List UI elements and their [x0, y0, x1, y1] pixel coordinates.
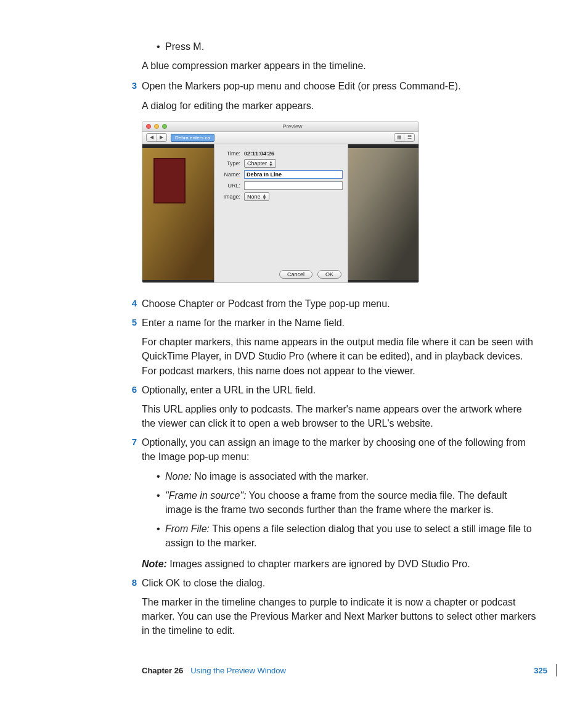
bullet-dot-icon: •: [157, 469, 165, 483]
step-8-sub: The marker in the timeline changes to pu…: [142, 595, 536, 638]
close-traffic-light-icon: [146, 124, 151, 129]
step-6-lead: Optionally, enter a URL in the URL field…: [142, 383, 536, 397]
video-frame-left: [142, 144, 214, 283]
option-text: No image is associated with the marker.: [192, 471, 369, 482]
step-number: 3: [127, 79, 142, 112]
type-select[interactable]: Chapter ▲▼: [244, 159, 276, 168]
step-number: 5: [127, 316, 142, 378]
step-4-lead: Choose Chapter or Podcast from the Type …: [142, 297, 536, 311]
preview-toolbar: ◀▶ Debra enters ca ▦☰: [142, 132, 419, 144]
stepper-arrows-icon: ▲▼: [269, 160, 273, 166]
image-option-none: • None: No image is associated with the …: [157, 469, 536, 483]
name-label: Name:: [219, 171, 240, 178]
bullet-dot-icon: •: [157, 522, 165, 550]
preview-stage: Time: 02:11:04:26 Type: Chapter ▲▼ Name:…: [142, 144, 419, 283]
option-text: This opens a file selection dialog that …: [165, 523, 532, 548]
step-number: 6: [127, 383, 142, 431]
marker-pin[interactable]: Debra enters ca: [171, 134, 214, 142]
step-5-lead: Enter a name for the marker in the Name …: [142, 316, 536, 330]
step-7-note: Note: Images assigned to chapter markers…: [142, 557, 536, 571]
bullet-dot-icon: •: [157, 39, 165, 54]
note-text: Images assigned to chapter markers are i…: [167, 559, 470, 569]
step-number: 8: [127, 576, 142, 638]
option-term: None:: [165, 471, 192, 482]
step-number: 7: [127, 435, 142, 571]
intro-bullet: • Press M.: [157, 39, 536, 54]
marker-edit-dialog: Time: 02:11:04:26 Type: Chapter ▲▼ Name:…: [214, 144, 348, 283]
intro-after: A blue compression marker appears in the…: [142, 59, 536, 73]
video-frame-right: [347, 144, 419, 283]
stepper-arrows-icon: ▲▼: [263, 194, 267, 200]
step-number: 4: [127, 297, 142, 311]
footer-page-number: 325: [534, 666, 547, 675]
type-select-value: Chapter: [247, 160, 267, 166]
url-input[interactable]: [244, 181, 343, 190]
image-label: Image:: [219, 194, 240, 200]
nav-segmented-control[interactable]: ◀▶: [146, 133, 167, 142]
step-5-sub: For chapter markers, this name appears i…: [142, 335, 536, 378]
step-8-lead: Click OK to close the dialog.: [142, 576, 536, 590]
name-input[interactable]: Debra In Line: [244, 170, 343, 179]
image-option-from-file: • From File: This opens a file selection…: [157, 522, 536, 550]
view-segmented-control[interactable]: ▦☰: [394, 133, 415, 142]
cancel-button[interactable]: Cancel: [279, 270, 312, 279]
bullet-dot-icon: •: [157, 488, 165, 517]
window-titlebar: Preview: [142, 122, 419, 132]
step-8: 8 Click OK to close the dialog. The mark…: [142, 576, 536, 638]
image-select-value: None: [247, 194, 261, 200]
footer-title: Using the Preview Window: [190, 666, 534, 675]
step-3-sub: A dialog for editing the marker appears.: [142, 99, 536, 113]
step-7-lead: Optionally, you can assign an image to t…: [142, 435, 536, 464]
step-3: 3 Open the Markers pop-up menu and choos…: [142, 79, 536, 112]
preview-dialog-screenshot: Preview ◀▶ Debra enters ca ▦☰ Time: 02:1…: [142, 121, 419, 283]
ok-button[interactable]: OK: [317, 270, 341, 279]
step-7: 7 Optionally, you can assign an image to…: [142, 435, 536, 571]
footer-chapter: Chapter 26: [142, 666, 183, 675]
step-5: 5 Enter a name for the marker in the Nam…: [142, 316, 536, 378]
image-option-frame-in-source: • "Frame in source": You choose a frame …: [157, 488, 536, 517]
step-6-sub: This URL applies only to podcasts. The m…: [142, 402, 536, 430]
image-select[interactable]: None ▲▼: [244, 192, 269, 201]
step-6: 6 Optionally, enter a URL in the URL fie…: [142, 383, 536, 431]
option-term: "Frame in source":: [165, 490, 246, 501]
content-column: • Press M. A blue compression marker app…: [142, 39, 536, 638]
window-title: Preview: [170, 123, 415, 129]
option-term: From File:: [165, 523, 210, 534]
time-label: Time:: [219, 150, 240, 157]
page: • Press M. A blue compression marker app…: [0, 0, 588, 706]
url-label: URL:: [219, 183, 240, 189]
step-4: 4 Choose Chapter or Podcast from the Typ…: [142, 297, 536, 311]
minimize-traffic-light-icon: [154, 124, 159, 129]
intro-bullet-text: Press M.: [165, 39, 536, 54]
zoom-traffic-light-icon: [162, 124, 167, 129]
time-value: 02:11:04:26: [244, 150, 274, 157]
type-label: Type:: [219, 160, 240, 166]
step-3-lead: Open the Markers pop-up menu and choose …: [142, 79, 536, 93]
note-label: Note:: [142, 559, 167, 569]
page-footer: Chapter 26 Using the Preview Window 325: [142, 664, 557, 676]
